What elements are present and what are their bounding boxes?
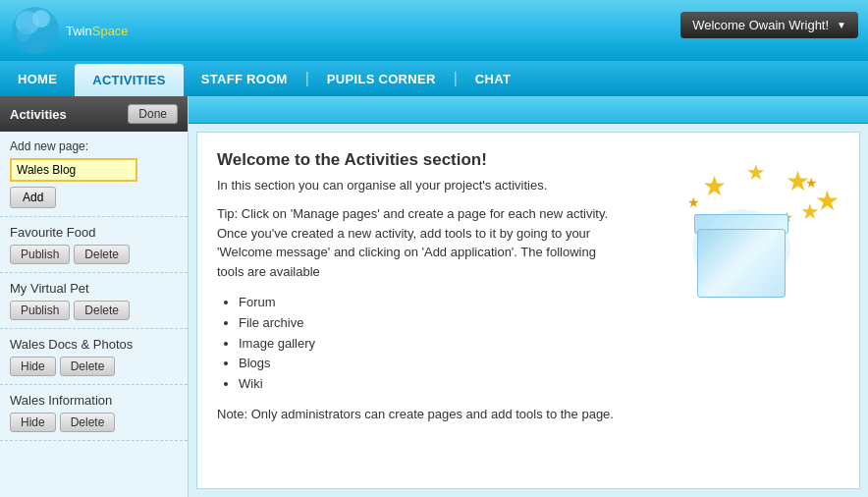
logo-space: Space (92, 24, 129, 38)
activities-illustration: ★ ★ ★ ★ ★ ★ ★ ★ (648, 160, 835, 317)
page-item: Wales Docs & PhotosHideDelete (0, 329, 188, 385)
page-item-name: Wales Docs & Photos (10, 337, 178, 352)
sidebar: Activities Done Add new page: Add Favour… (0, 96, 189, 497)
nav-item-staff-room[interactable]: STAFF ROOM (184, 61, 305, 96)
logo-area: TwinSpace (10, 5, 129, 56)
page-item-actions: HideDelete (10, 357, 178, 376)
tool-wiki: Wiki (239, 374, 624, 395)
add-new-label: Add new page: (10, 139, 178, 153)
tool-forum: Forum (239, 293, 624, 313)
star-icon-2: ★ (746, 160, 766, 186)
logo-icon (10, 5, 61, 56)
content-image: ★ ★ ★ ★ ★ ★ ★ ★ (643, 150, 840, 470)
logo-twin: Twin (66, 24, 92, 38)
logo-text: TwinSpace (66, 24, 129, 38)
page-name-input[interactable] (10, 158, 137, 182)
main-layout: Activities Done Add new page: Add Favour… (0, 96, 868, 497)
content-tools-list: Forum File archive Image gallery Blogs W… (217, 293, 624, 395)
svg-point-3 (17, 28, 30, 41)
page-item: Favourite FoodPublishDelete (0, 217, 188, 273)
hide-button[interactable]: Hide (10, 357, 56, 376)
sidebar-header: Activities Done (0, 96, 188, 132)
star-icon-7: ★ (702, 170, 727, 202)
page-item: Wales InformationHideDelete (0, 385, 188, 441)
nav-item-activities[interactable]: ACTIVITIES (75, 64, 184, 96)
publish-button[interactable]: Publish (10, 245, 70, 264)
page-item-name: Favourite Food (10, 225, 178, 240)
content-intro: In this section you can organise all you… (217, 178, 624, 193)
content-tip: Tip: Click on 'Manage pages' and create … (217, 204, 624, 281)
star-icon-5: ★ (800, 199, 820, 225)
welcome-button[interactable]: Welcome Owain Wright! ▼ (680, 12, 858, 38)
page-item-name: Wales Information (10, 393, 178, 408)
delete-button[interactable]: Delete (60, 413, 116, 432)
add-page-button[interactable]: Add (10, 187, 56, 208)
nav-item-pupils-corner[interactable]: PUPILS CORNER (309, 61, 454, 96)
box-body (697, 229, 786, 298)
nav-bar: HOME ACTIVITIES STAFF ROOM | PUPILS CORN… (0, 61, 868, 96)
delete-button[interactable]: Delete (74, 301, 130, 320)
nav-separator-2: | (454, 61, 458, 96)
welcome-arrow-icon: ▼ (837, 20, 846, 30)
tool-file-archive: File archive (239, 313, 624, 334)
add-page-section: Add new page: Add (0, 132, 188, 217)
content-note: Note: Only administrators can create pag… (217, 407, 624, 421)
hide-button[interactable]: Hide (10, 413, 56, 432)
content-area: Welcome to the Activities section! In th… (189, 96, 868, 497)
page-item-actions: HideDelete (10, 413, 178, 432)
star-icon-8: ★ (687, 194, 700, 210)
svg-point-2 (32, 10, 50, 28)
delete-button[interactable]: Delete (74, 245, 130, 264)
content-text: Welcome to the Activities section! In th… (217, 150, 624, 470)
sidebar-title: Activities (10, 107, 67, 122)
page-item-actions: PublishDelete (10, 245, 178, 264)
content-body: Welcome to the Activities section! In th… (196, 132, 860, 489)
tool-image-gallery: Image gallery (239, 334, 624, 355)
publish-button[interactable]: Publish (10, 301, 70, 320)
done-button[interactable]: Done (128, 104, 178, 124)
delete-button[interactable]: Delete (60, 357, 116, 376)
header: TwinSpace Welcome Owain Wright! ▼ (0, 0, 868, 61)
nav-item-chat[interactable]: CHAT (458, 61, 528, 96)
page-item: My Virtual PetPublishDelete (0, 273, 188, 329)
content-title: Welcome to the Activities section! (217, 150, 624, 170)
welcome-text: Welcome Owain Wright! (692, 18, 829, 32)
page-item-name: My Virtual Pet (10, 281, 178, 296)
nav-item-home[interactable]: HOME (0, 61, 75, 96)
tool-blogs: Blogs (239, 354, 624, 374)
page-items-container: Favourite FoodPublishDeleteMy Virtual Pe… (0, 217, 188, 441)
page-item-actions: PublishDelete (10, 301, 178, 320)
nav-separator-1: | (305, 61, 309, 96)
content-header-bar (189, 96, 868, 124)
